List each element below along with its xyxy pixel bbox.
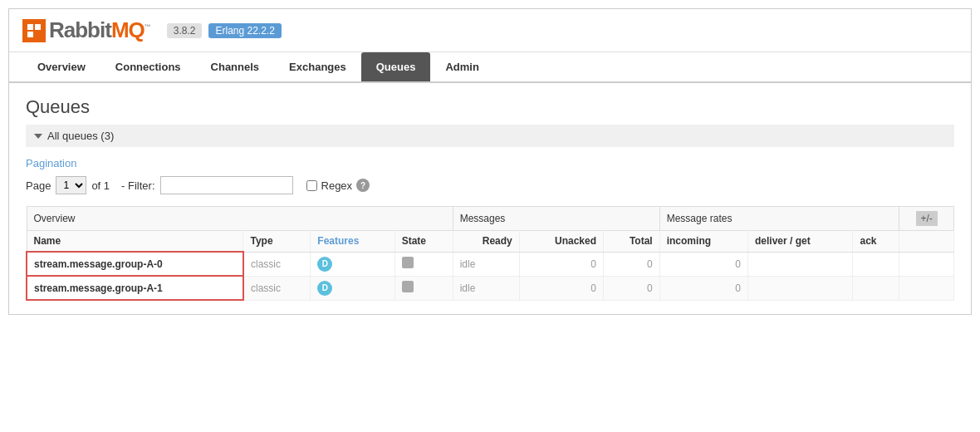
queue-incoming-1 [747,276,852,300]
queue-incoming-0 [747,252,852,276]
queue-feature-1: D [311,276,394,300]
col-group-rates: Message rates [659,207,899,231]
nav-item-admin[interactable]: Admin [430,52,493,81]
queue-total-0: 0 [659,252,747,276]
queue-name-1: stream.message.group-A-1 [27,276,243,300]
logo-text: RabbitMQ™ [49,17,150,43]
queue-ack-0 [899,252,954,276]
logo: RabbitMQ™ [22,17,150,43]
section-header: All queues (3) [26,125,954,147]
col-incoming: incoming [659,231,747,253]
col-type: Type [243,231,311,253]
queue-deliver-1 [853,276,899,300]
queue-ready-1: 0 [519,276,603,300]
page-select[interactable]: 1 [56,176,86,194]
pagination-of: of 1 [91,179,110,192]
queue-table: Overview Messages Message rates +/- Name… [26,206,954,301]
nav-item-connections[interactable]: Connections [100,52,196,81]
state-text-1: idle [460,282,476,294]
logo-rabbit: Rabbit [49,17,111,42]
queue-state-0: idle [453,252,519,276]
collapse-icon[interactable] [34,134,42,139]
regex-label: Regex [321,179,353,192]
table-col-headers: Name Type Features State Ready Unacked T… [27,231,954,253]
col-total: Total [604,231,660,253]
queue-unacked-1: 0 [604,276,660,300]
col-name: Name [27,231,243,253]
regex-container: Regex ? [306,179,370,192]
filter-input[interactable] [160,176,293,194]
col-group-messages: Messages [453,207,659,231]
col-group-btn: +/- [899,207,954,231]
nav-item-channels[interactable]: Channels [196,52,275,81]
header: RabbitMQ™ 3.8.2 Erlang 22.2.2 [9,9,971,52]
svg-rect-1 [35,24,41,30]
col-ack: ack [853,231,899,253]
logo-icon [22,19,46,42]
table-row: stream.message.group-A-0 classic D idle … [27,252,954,276]
nav-item-exchanges[interactable]: Exchanges [274,52,361,81]
page-title: Queues [26,96,954,118]
state-text-0: idle [460,258,476,270]
section-label: All queues (3) [47,130,114,142]
queue-deliver-0 [853,252,899,276]
col-group-overview: Overview [27,207,453,231]
nav: Overview Connections Channels Exchanges … [9,52,971,83]
pagination-label: Pagination [26,157,954,169]
queue-name-0: stream.message.group-A-0 [27,252,243,276]
queue-state-1: idle [453,276,519,300]
excl-icon-1 [402,281,414,292]
col-unacked: Unacked [519,231,603,253]
queue-feature-0: D [311,252,394,276]
col-extra [899,231,954,253]
queue-ready-0: 0 [519,252,603,276]
queue-excl-1 [394,276,453,300]
nav-item-queues[interactable]: Queues [361,52,431,81]
queue-total-1: 0 [659,276,747,300]
svg-rect-2 [27,32,33,37]
logo-tm: ™ [145,23,150,31]
svg-rect-0 [27,24,33,30]
main-content: Queues All queues (3) Pagination Page 1 … [9,83,971,314]
page-label: Page [26,179,51,192]
version-badge: 3.8.2 [167,23,203,38]
feature-badge-0: D [317,257,332,272]
col-ready: Ready [453,231,519,253]
excl-icon-0 [402,257,414,268]
col-state: State [394,231,453,253]
logo-mq: MQ [111,17,145,42]
queue-ack-1 [899,276,954,300]
plus-minus-button[interactable]: +/- [916,211,938,226]
pagination-section: Pagination Page 1 of 1 - Filter: Regex ? [26,157,954,194]
queue-type-0: classic [243,252,311,276]
col-features: Features [311,231,394,253]
feature-badge-1: D [317,281,332,296]
pagination-controls: Page 1 of 1 - Filter: Regex ? [26,176,954,194]
erlang-badge: Erlang 22.2.2 [208,23,281,38]
queue-unacked-0: 0 [604,252,660,276]
app-container: RabbitMQ™ 3.8.2 Erlang 22.2.2 Overview C… [8,8,972,315]
help-icon[interactable]: ? [356,179,370,192]
table-body: stream.message.group-A-0 classic D idle … [27,252,954,300]
queue-link-1[interactable]: stream.message.group-A-1 [34,282,163,294]
queue-excl-0 [394,252,453,276]
table-group-header-row: Overview Messages Message rates +/- [27,207,954,231]
regex-checkbox[interactable] [306,180,317,191]
queue-type-1: classic [243,276,311,300]
queue-link-0[interactable]: stream.message.group-A-0 [34,258,163,270]
col-deliver-get: deliver / get [747,231,852,253]
table-row: stream.message.group-A-1 classic D idle … [27,276,954,300]
nav-item-overview[interactable]: Overview [22,52,100,81]
filter-label: - Filter: [121,179,154,192]
